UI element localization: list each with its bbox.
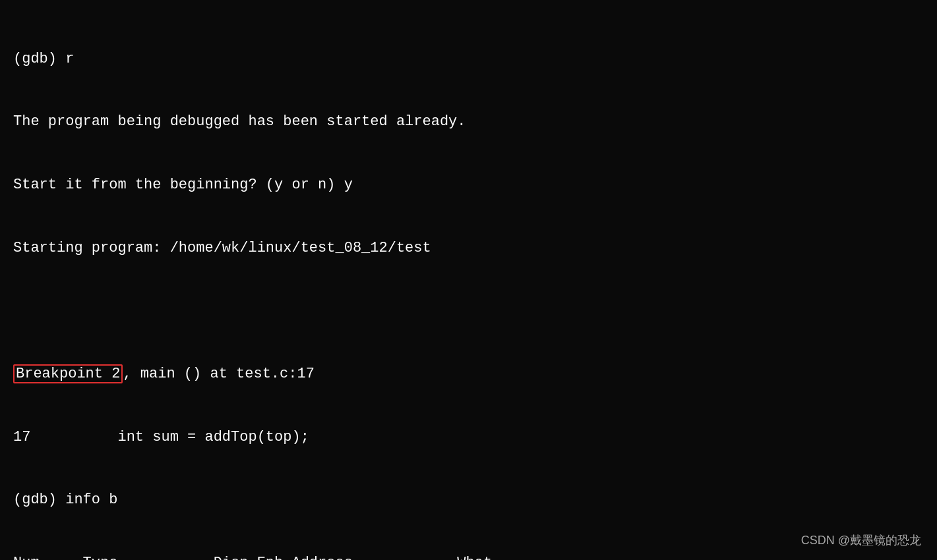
line-start-from-beginning: Start it from the beginning? (y or n) y [13, 175, 924, 196]
line-17: 17 int sum = addTop(top); [13, 427, 924, 448]
line-starting-program: Starting program: /home/wk/linux/test_08… [13, 238, 924, 259]
breakpoint2-label: Breakpoint 2 [13, 364, 123, 383]
empty-line-1 [13, 300, 924, 322]
line-table-header: Num Type Disp Enb Address What [13, 553, 924, 560]
line-breakpoint2: Breakpoint 2, main () at test.c:17 [13, 364, 924, 385]
line-program-started: The program being debugged has been star… [13, 111, 924, 132]
line-gdb-r: (gdb) r [13, 49, 924, 70]
breakpoint2-suffix: , main () at test.c:17 [123, 366, 314, 382]
terminal-window: (gdb) r The program being debugged has b… [13, 7, 924, 560]
watermark: CSDN @戴墨镜的恐龙 [801, 532, 921, 548]
line-info-b: (gdb) info b [13, 490, 924, 511]
